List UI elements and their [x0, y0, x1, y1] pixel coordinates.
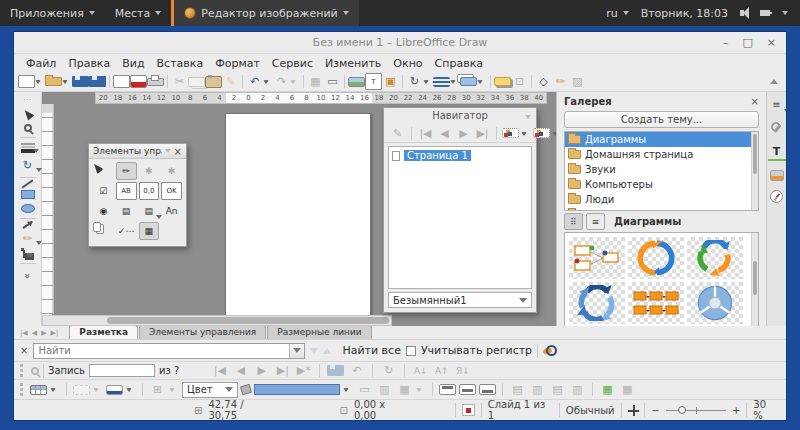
align-center-button[interactable]	[459, 384, 476, 395]
first-record-button[interactable]: |◀	[211, 362, 228, 379]
fill-color-dropdown[interactable]	[343, 388, 349, 392]
optimize-button[interactable]: ▦	[396, 381, 413, 398]
gallery-theme-homepage[interactable]: Домашняя страница	[565, 147, 758, 162]
wizards-toggle[interactable]: ✱	[139, 162, 160, 180]
menu-help[interactable]: Справка	[429, 56, 489, 71]
combo-box-control[interactable]: ▤	[139, 202, 160, 220]
curve-tool[interactable]: ✏	[18, 231, 38, 245]
cycle-three-arrows-thumb[interactable]	[687, 237, 743, 279]
snap-guides-button[interactable]: ▭	[324, 73, 341, 90]
borders-dropdown[interactable]	[169, 388, 175, 392]
cycle-two-arrows-thumb[interactable]	[628, 237, 684, 279]
edit-points-button[interactable]: ◇	[535, 73, 552, 90]
connector-tool[interactable]	[23, 250, 32, 258]
tab-layout[interactable]: Разметка	[69, 325, 138, 339]
align-bottom-button[interactable]	[479, 384, 496, 395]
cycle-four-arrows-thumb[interactable]	[569, 282, 625, 324]
extrusion-button[interactable]: ▨	[569, 73, 586, 90]
arrange-dropdown[interactable]	[477, 80, 483, 84]
align-dropdown[interactable]	[450, 80, 456, 84]
delete-column-button[interactable]: ▥	[569, 381, 586, 398]
close-button[interactable]: ×	[767, 36, 776, 49]
export-pdf-button[interactable]	[130, 75, 147, 88]
places-menu[interactable]: Места	[105, 0, 171, 26]
save-as-button[interactable]	[89, 76, 106, 87]
more-tools-chevron[interactable]: »	[21, 266, 35, 286]
select-control[interactable]	[90, 161, 103, 175]
page-nav-button[interactable]: ▶	[41, 329, 46, 337]
sort-descending-button[interactable]: Я↓	[454, 362, 471, 379]
insert-row-button[interactable]: ▤	[509, 381, 526, 398]
page-tree-item[interactable]: Страница 1	[392, 150, 528, 161]
option-button-control[interactable]: ◉	[93, 202, 114, 220]
horizontal-ruler[interactable]: 2018161412108642024681012141618202224262…	[95, 92, 547, 104]
drawing-page[interactable]	[225, 113, 371, 317]
menu-view[interactable]: Вид	[116, 56, 150, 71]
navigator-pen[interactable]: ✎	[389, 125, 406, 142]
vertical-ruler[interactable]	[42, 104, 54, 314]
copy-button[interactable]	[188, 77, 205, 87]
record-search-icon[interactable]	[31, 367, 39, 375]
gallery-theme-diagrams[interactable]: Диаграммы	[565, 132, 758, 147]
first-page-button[interactable]: |◀	[417, 125, 434, 142]
border-style-dropdown[interactable]	[93, 388, 99, 392]
fill-color-preview[interactable]	[254, 384, 340, 395]
flowchart-diagram-thumb[interactable]	[569, 237, 625, 279]
gallery-theme-bullets[interactable]: Маркеры	[565, 207, 758, 211]
glue-points-button[interactable]: ✏	[552, 73, 569, 90]
sort-button[interactable]: A↓	[412, 362, 429, 379]
page-nav-button[interactable]: ▶|	[51, 329, 59, 337]
control-wizard[interactable]: ✱	[161, 162, 182, 180]
sidebar-settings[interactable]: ≡	[768, 96, 786, 113]
label-control[interactable]: Аn	[161, 202, 182, 220]
undo-data-button[interactable]: ↶	[348, 362, 365, 379]
undo-dropdown[interactable]	[263, 80, 269, 84]
zoom-tool[interactable]	[24, 124, 32, 132]
drag-mode-dropdown[interactable]	[521, 132, 527, 136]
rectangle-tool[interactable]	[21, 190, 35, 199]
find-previous-icon[interactable]	[323, 348, 331, 354]
ellipse-tool[interactable]	[21, 204, 35, 213]
more-controls[interactable]	[93, 222, 101, 232]
system-menu-chevron-icon[interactable]	[782, 11, 788, 15]
drag-mode-button[interactable]	[502, 128, 519, 138]
insert-frame-button[interactable]: ▣	[382, 73, 399, 90]
document-selector[interactable]: Безымянный1	[388, 292, 532, 308]
new-dropdown[interactable]	[35, 80, 41, 84]
next-page-button[interactable]: ▶	[455, 125, 472, 142]
search-history-dropdown[interactable]	[289, 344, 304, 358]
insert-column-button[interactable]: ▥	[529, 381, 546, 398]
insert-image-button[interactable]	[348, 77, 365, 87]
maximize-button[interactable]: □	[742, 36, 752, 49]
cut-button[interactable]: ✂	[171, 73, 188, 90]
zoom-in-button[interactable]: +	[732, 405, 740, 416]
new-button[interactable]	[18, 75, 35, 88]
new-record-button[interactable]: ▶*	[295, 362, 312, 379]
undo-button[interactable]: ↶	[246, 73, 263, 90]
battery-icon[interactable]	[760, 10, 770, 16]
sort-ascending-button[interactable]: A↑	[433, 362, 450, 379]
merge-cells-button[interactable]: ▭	[356, 381, 373, 398]
refresh-button[interactable]: ↻	[380, 362, 397, 379]
split-cells-button[interactable]: ▥	[376, 381, 393, 398]
transformations-tool[interactable]: ↻	[18, 158, 38, 172]
gallery-theme-sounds[interactable]: Звуки	[565, 162, 758, 177]
panel-menu-icon[interactable]	[165, 149, 171, 153]
scrollbar-thumb[interactable]	[107, 317, 389, 324]
delete-row-button[interactable]: ▤	[549, 381, 566, 398]
close-icon[interactable]: ×	[174, 146, 182, 157]
search-input[interactable]	[34, 345, 289, 356]
find-and-replace-icon[interactable]	[543, 345, 558, 357]
shapes-mode-button[interactable]	[533, 128, 550, 138]
export-button[interactable]	[113, 75, 130, 88]
page-nav-button[interactable]: |◀	[20, 329, 28, 337]
form-controls-titlebar[interactable]: Элементы упра... ×	[89, 144, 186, 159]
applications-menu[interactable]: Приложения	[0, 0, 105, 26]
styles-panel-icon[interactable]: T	[768, 144, 786, 161]
zoom-level[interactable]: 30 %	[753, 399, 778, 421]
close-find-icon[interactable]: ×	[20, 345, 28, 356]
fit-page-icon[interactable]	[628, 405, 639, 416]
print-button[interactable]	[147, 78, 164, 86]
find-next-icon[interactable]	[310, 348, 318, 354]
titlebar[interactable]: Без имени 1 – LibreOffice Draw – □ ×	[14, 32, 786, 54]
